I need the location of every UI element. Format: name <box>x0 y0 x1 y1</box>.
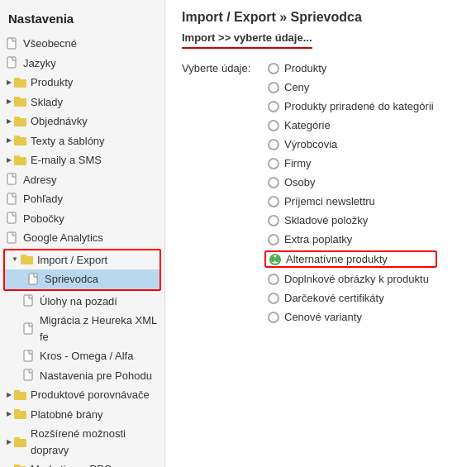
sidebar-label: Kros - Omega / Alfa <box>40 348 133 365</box>
sidebar-item-migracia[interactable]: Migrácia z Heureka XML fe <box>0 311 164 346</box>
sidebar-title: Nastavenia <box>0 7 164 34</box>
chevron-down-icon: ▼ <box>12 255 18 264</box>
radio-item-kategorie[interactable]: Kategórie <box>264 117 437 133</box>
radio-item-produkty-priradene[interactable]: Produkty priradené do kategórii <box>264 98 437 114</box>
sidebar-item-sprievodca[interactable]: Sprievodca <box>5 269 159 289</box>
file-icon <box>7 173 20 186</box>
radio-label: Osoby <box>284 176 316 188</box>
radio-circle-checked[interactable] <box>269 254 281 265</box>
sidebar-label: Nastavenia pre Pohodu <box>40 368 152 384</box>
radio-circle[interactable] <box>268 139 279 150</box>
radio-item-extra[interactable]: Extra poplatky <box>264 231 437 247</box>
file-icon <box>23 322 36 336</box>
radio-label: Produkty <box>284 62 326 74</box>
sidebar-label: Úlohy na pozadí <box>40 293 117 310</box>
sidebar-item-sklady[interactable]: ▶ Sklady <box>0 93 164 112</box>
folder-icon <box>14 436 27 449</box>
sidebar-label: Produktové porovnávače <box>31 387 150 403</box>
folder-icon <box>14 76 27 89</box>
radio-label: Ceny <box>284 81 309 93</box>
radio-circle[interactable] <box>268 158 279 169</box>
radio-item-alternativne[interactable]: Alternatívne produkty <box>264 250 437 268</box>
radio-item-osoby[interactable]: Osoby <box>264 174 437 190</box>
chevron-right-icon: ▶ <box>7 117 12 126</box>
sidebar-item-texty[interactable]: ▶ Texty a šablóny <box>0 131 164 151</box>
radio-circle[interactable] <box>268 101 279 112</box>
sidebar-item-pobocky[interactable]: Pobočky <box>0 209 164 229</box>
svg-rect-9 <box>14 136 20 139</box>
sidebar-label: Rozšírené možnosti dopravy <box>31 426 161 458</box>
svg-rect-5 <box>14 97 20 100</box>
chevron-right-icon: ▶ <box>7 97 12 107</box>
radio-circle[interactable] <box>268 293 279 304</box>
radio-item-produkty[interactable]: Produkty <box>264 60 437 76</box>
radio-item-darkove[interactable]: Darčekové certifikáty <box>264 290 437 306</box>
chevron-right-icon: ▶ <box>7 409 12 419</box>
radio-item-ceny[interactable]: Ceny <box>264 79 437 95</box>
sidebar-item-jazyky[interactable]: Jazyky <box>0 54 164 74</box>
folder-icon <box>14 95 27 108</box>
radio-item-prijemci[interactable]: Príjemci newslettru <box>264 193 437 209</box>
radio-item-doplnkove[interactable]: Doplnkové obrázky k produktu <box>264 271 437 287</box>
sidebar-item-produkty[interactable]: ▶ Produkty <box>0 73 164 93</box>
radio-circle[interactable] <box>268 312 279 323</box>
svg-rect-19 <box>24 295 32 306</box>
sidebar-item-kros[interactable]: Kros - Omega / Alfa <box>0 346 164 366</box>
sidebar-label: Pobočky <box>23 211 64 227</box>
sidebar-label: Import / Export <box>37 252 107 269</box>
folder-icon <box>14 115 27 128</box>
form-row: Vyberte údaje: Produkty Ceny Produkty pr… <box>182 60 459 325</box>
svg-rect-22 <box>24 369 32 380</box>
radio-circle[interactable] <box>268 274 279 285</box>
sidebar-label: Produkty <box>31 74 73 91</box>
radio-label: Produkty priradené do kategórii <box>284 100 434 112</box>
radio-circle[interactable] <box>268 215 279 226</box>
svg-rect-3 <box>14 78 20 81</box>
radio-item-firmy[interactable]: Firmy <box>264 155 437 171</box>
sidebar-item-pohlavky[interactable]: Pohľady <box>0 189 164 209</box>
chevron-right-icon: ▶ <box>7 136 12 145</box>
chevron-right-icon: ▶ <box>7 78 12 88</box>
radio-label: Výrobcovia <box>284 138 337 150</box>
sidebar-item-vseobecne[interactable]: Všeobecné <box>0 34 164 54</box>
sidebar-label: Sprievodca <box>45 271 98 288</box>
sidebar-item-ulohy[interactable]: Úlohy na pozadí <box>0 292 164 312</box>
sidebar-item-nastavenia-pohodu[interactable]: Nastavenia pre Pohodu <box>0 366 164 386</box>
radio-circle[interactable] <box>268 196 279 207</box>
folder-icon <box>14 154 27 167</box>
radio-label: Doplnkové obrázky k produktu <box>284 273 429 285</box>
svg-rect-0 <box>7 38 16 49</box>
file-icon <box>23 369 36 382</box>
radio-item-vyrobcovia[interactable]: Výrobcovia <box>264 136 437 152</box>
sidebar-item-produktove[interactable]: ▶ Produktové porovnávače <box>0 385 164 405</box>
radio-circle[interactable] <box>268 177 279 188</box>
sidebar-label: Texty a šablóny <box>31 133 105 150</box>
sidebar-item-adresy[interactable]: Adresy <box>0 170 164 190</box>
radio-circle[interactable] <box>268 234 279 245</box>
svg-rect-7 <box>14 117 20 120</box>
file-icon <box>23 294 36 307</box>
radio-circle[interactable] <box>268 82 279 93</box>
radio-dot <box>271 256 275 262</box>
sidebar-item-rozsirene[interactable]: ▶ Rozšírené možnosti dopravy <box>0 424 164 460</box>
sidebar-item-platobne[interactable]: ▶ Platobné brány <box>0 405 164 425</box>
svg-rect-13 <box>7 193 16 204</box>
file-icon <box>7 56 20 69</box>
sidebar-item-google-analytics[interactable]: Google Analytics <box>0 228 164 248</box>
sidebar-item-objednavky[interactable]: ▶ Objednávky <box>0 112 164 131</box>
radio-circle[interactable] <box>268 63 279 74</box>
svg-rect-18 <box>29 274 37 284</box>
sidebar-label: Všeobecné <box>23 36 77 52</box>
file-icon <box>7 37 20 50</box>
main-content: Import / Export » Sprievodca Import >> v… <box>165 0 476 467</box>
sidebar-label: Sklady <box>31 94 63 111</box>
svg-rect-24 <box>14 390 20 393</box>
radio-circle[interactable] <box>268 120 279 131</box>
radio-label: Extra poplatky <box>284 233 352 245</box>
radio-label: Firmy <box>284 157 312 169</box>
radio-item-skladove[interactable]: Skladové položky <box>264 212 437 228</box>
radio-item-cenove[interactable]: Cenové varianty <box>264 309 437 325</box>
sidebar-item-marketing[interactable]: ▶ Marketing a PPC <box>0 460 164 467</box>
sidebar-item-emaily[interactable]: ▶ E-maily a SMS <box>0 150 164 170</box>
sidebar-item-import-export[interactable]: ▼ Import / Export <box>5 250 159 270</box>
